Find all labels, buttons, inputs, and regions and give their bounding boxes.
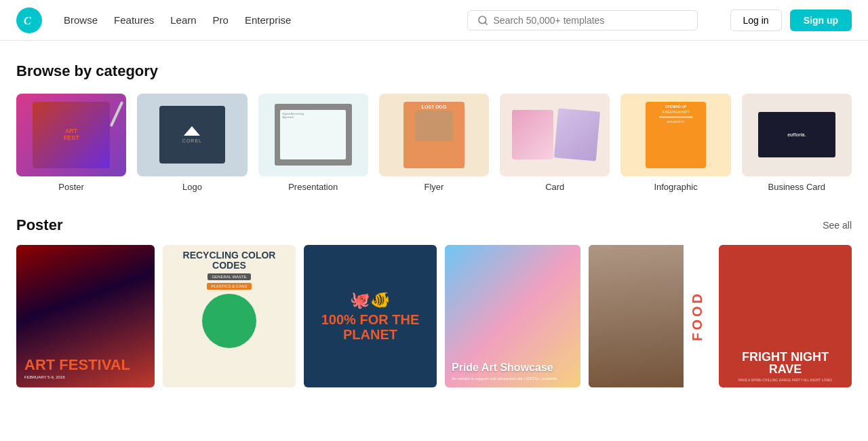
- poster-planet-title: 100% FOR THE PLANET: [309, 312, 431, 342]
- poster-pride[interactable]: Pride Art Showcase An exhibit to support…: [445, 245, 580, 387]
- poster-pride-subtitle: An exhibit to support and showcase our L…: [452, 377, 574, 381]
- nav-browse[interactable]: Browse: [64, 14, 98, 26]
- poster-pride-title: Pride Art Showcase: [452, 362, 574, 374]
- svg-line-2: [485, 22, 487, 24]
- category-presentation-label: Presentation: [288, 182, 338, 192]
- presentation-thumb: Digital AdvertisingApproach: [258, 94, 368, 176]
- poster-thumb: ARTFEST: [16, 94, 126, 176]
- category-flyer-label: Flyer: [425, 182, 444, 192]
- search-input[interactable]: [494, 15, 688, 26]
- poster-planet-emoji: 🐙🐠: [350, 290, 391, 309]
- see-all-link[interactable]: See all: [823, 220, 852, 231]
- logo-thumb-image: COREL: [159, 106, 225, 164]
- nav-pro[interactable]: Pro: [213, 14, 229, 26]
- category-poster[interactable]: ARTFEST Poster: [16, 94, 126, 192]
- main-content: Browse by category ARTFEST Poster: [0, 41, 868, 387]
- poster-food-title: FOOD: [690, 291, 705, 341]
- search-icon: [477, 15, 488, 26]
- poster-recycling-badge2: PLASTICS & CANS: [207, 283, 251, 290]
- poster-recycling[interactable]: RECYCLING COLOR CODES GENERAL WASTE PLAS…: [163, 245, 296, 387]
- poster-art-festival-subtitle: FEBRUARY 5-9, 2018: [24, 375, 130, 379]
- poster-planet[interactable]: 🐙🐠 100% FOR THE PLANET: [304, 245, 437, 387]
- card-thumb: [500, 94, 610, 176]
- category-business-card-label: Business Card: [768, 182, 826, 192]
- poster-grid: ART FESTIVAL FEBRUARY 5-9, 2018 RECYCLIN…: [16, 245, 852, 387]
- category-flyer[interactable]: LOST DOG Flyer: [379, 94, 489, 192]
- poster-food-text-col: FOOD: [684, 245, 711, 387]
- svg-text:C: C: [24, 15, 31, 26]
- business-card-thumb-image: eufloria.: [758, 112, 835, 157]
- poster-art-festival[interactable]: ART FESTIVAL FEBRUARY 5-9, 2018: [16, 245, 155, 387]
- search-bar: [467, 10, 698, 31]
- poster-recycling-badge1: GENERAL WASTE: [208, 273, 250, 280]
- category-business-card[interactable]: eufloria. Business Card: [742, 94, 852, 192]
- poster-section-title: Poster: [16, 216, 62, 234]
- infographic-thumb-image: OPENING UP A RESTAURANT? BON APPÉTIT: [646, 102, 706, 168]
- flyer-thumb-image: LOST DOG: [403, 102, 464, 168]
- poster-food-photo: [589, 245, 684, 387]
- poster-fright-night[interactable]: FRIGHT NIGHT RAVE HAVE A SPINE-CHILLING …: [719, 245, 852, 387]
- category-presentation[interactable]: Digital AdvertisingApproach Presentation: [258, 94, 368, 192]
- category-poster-label: Poster: [58, 182, 84, 192]
- poster-recycling-graphic: [202, 294, 256, 348]
- card-thumb-image: [500, 94, 610, 176]
- nav-features[interactable]: Features: [114, 14, 154, 26]
- presentation-thumb-image: Digital AdvertisingApproach: [275, 104, 352, 166]
- category-infographic[interactable]: OPENING UP A RESTAURANT? BON APPÉTIT Inf…: [620, 94, 730, 192]
- poster-recycling-title: RECYCLING COLOR CODES: [168, 250, 290, 271]
- signup-button[interactable]: Sign up: [790, 9, 852, 31]
- business-card-thumb: eufloria.: [742, 94, 852, 176]
- browse-title: Browse by category: [16, 62, 852, 80]
- login-button[interactable]: Log in: [730, 9, 782, 31]
- poster-art-festival-title: ART FESTIVAL: [24, 358, 130, 372]
- nav-enterprise[interactable]: Enterprise: [245, 14, 291, 26]
- nav-learn[interactable]: Learn: [170, 14, 196, 26]
- category-card[interactable]: Card: [500, 94, 610, 192]
- poster-section-header: Poster See all: [16, 216, 852, 234]
- poster-fright-night-title: FRIGHT NIGHT RAVE: [724, 351, 846, 375]
- poster-thumb-image: ARTFEST: [33, 102, 110, 168]
- auth-buttons: Log in Sign up: [730, 9, 852, 31]
- canva-logo-icon[interactable]: C: [16, 7, 42, 33]
- poster-food[interactable]: FOOD: [589, 245, 711, 387]
- category-card-label: Card: [545, 182, 564, 192]
- category-logo[interactable]: COREL Logo: [137, 94, 247, 192]
- category-infographic-label: Infographic: [654, 182, 697, 192]
- flyer-thumb: LOST DOG: [379, 94, 489, 176]
- logo[interactable]: C: [16, 7, 42, 33]
- navbar: C Browse Features Learn Pro Enterprise L…: [0, 0, 868, 41]
- category-logo-label: Logo: [182, 182, 202, 192]
- poster-fright-night-subtitle: HAVE A SPINE-CHILLING DANCE PARTY ALL NI…: [724, 378, 846, 382]
- category-grid: ARTFEST Poster COREL Logo: [16, 94, 852, 192]
- logo-thumb: COREL: [137, 94, 247, 176]
- nav-links: Browse Features Learn Pro Enterprise: [64, 14, 291, 26]
- poster-food-sushi: [589, 245, 684, 387]
- infographic-thumb: OPENING UP A RESTAURANT? BON APPÉTIT: [620, 94, 730, 176]
